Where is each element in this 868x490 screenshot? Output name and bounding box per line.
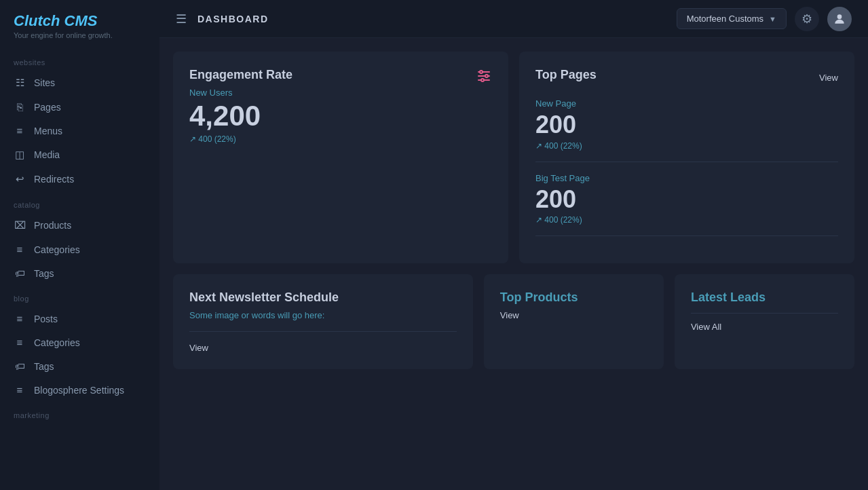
page-title: DASHBOARD	[197, 14, 269, 24]
sidebar-item-tags[interactable]: 🏷 Tags	[0, 261, 159, 285]
card-top-pages: Top Pages View New Page 200 ↗ 400 (22%) …	[519, 52, 854, 263]
engagement-header: Engagement Rate New Users 4,200 ↗ 400 (2…	[189, 68, 492, 144]
filter-icon[interactable]	[476, 68, 492, 88]
card-newsletter: Next Newsletter Schedule Some image or w…	[173, 274, 473, 369]
divider-1	[535, 162, 838, 162]
page-value-1: 200	[535, 111, 838, 138]
section-label-websites: websites	[0, 49, 159, 71]
sidebar-item-label: Products	[34, 220, 71, 231]
card-latest-leads: Latest Leads View All	[675, 274, 854, 369]
sidebar-item-categories[interactable]: ≡ Categories	[0, 238, 159, 261]
pages-icon: ⎘	[14, 101, 26, 113]
workspace-selector[interactable]: Motorfeen Customs ▼	[677, 8, 787, 29]
sidebar-item-label: Categories	[34, 337, 80, 348]
sidebar-item-label: Tags	[34, 361, 54, 372]
sidebar-item-label: Pages	[34, 102, 61, 113]
view-all-link[interactable]: View All	[691, 322, 838, 332]
sidebar: Clutch CMS Your engine for online growth…	[0, 0, 159, 490]
sidebar-item-menus[interactable]: ≡ Menus	[0, 119, 159, 143]
newsletter-view-btn[interactable]: View	[189, 343, 457, 353]
blog-categories-icon: ≡	[14, 337, 26, 348]
redirects-icon: ↩	[14, 173, 26, 185]
topbar: ☰ DASHBOARD Motorfeen Customs ▼ ⚙	[159, 0, 868, 38]
dashboard-content: Engagement Rate New Users 4,200 ↗ 400 (2…	[159, 38, 868, 490]
sidebar-item-label: Tags	[34, 268, 54, 279]
latest-leads-title: Latest Leads	[691, 290, 838, 305]
card-top-products: Top Products View	[484, 274, 664, 369]
engagement-left: Engagement Rate New Users 4,200 ↗ 400 (2…	[189, 68, 293, 144]
chevron-down-icon: ▼	[769, 15, 776, 23]
topbar-right: Motorfeen Customs ▼ ⚙	[677, 7, 852, 31]
svg-point-0	[837, 14, 842, 19]
sidebar-item-label: Categories	[34, 244, 80, 255]
top-pages-title: Top Pages	[535, 68, 597, 82]
page-name-1: New Page	[535, 98, 838, 109]
svg-point-4	[480, 71, 483, 73]
engagement-subtitle: New Users	[189, 88, 293, 98]
divider-2	[535, 235, 838, 236]
sidebar-logo: Clutch CMS Your engine for online growth…	[0, 0, 159, 49]
tags-icon: 🏷	[14, 267, 26, 279]
engagement-value: 4,200	[189, 100, 293, 132]
sidebar-item-label: Blogosphere Settings	[34, 385, 124, 396]
hamburger-icon[interactable]: ☰	[176, 12, 187, 26]
brand-name: Clutch CMS	[14, 12, 146, 30]
media-icon: ◫	[14, 149, 26, 161]
page-change-1: ↗ 400 (22%)	[535, 141, 838, 151]
top-products-view-link[interactable]: View	[500, 310, 647, 320]
sidebar-item-blogosphere-settings[interactable]: ≡ Blogosphere Settings	[0, 378, 159, 402]
sidebar-item-label: Media	[34, 149, 60, 160]
menus-icon: ≡	[14, 125, 26, 136]
newsletter-subtitle: Some image or words will go here:	[189, 310, 457, 320]
newsletter-title: Next Newsletter Schedule	[189, 290, 457, 305]
posts-icon: ≡	[14, 313, 26, 324]
sidebar-item-blog-categories[interactable]: ≡ Categories	[0, 331, 159, 354]
card-engagement-rate: Engagement Rate New Users 4,200 ↗ 400 (2…	[173, 52, 508, 263]
avatar[interactable]	[827, 7, 852, 31]
workspace-name: Motorfeen Customs	[687, 14, 763, 24]
categories-icon: ≡	[14, 244, 26, 255]
page-value-2: 200	[535, 186, 838, 213]
sidebar-item-sites[interactable]: ☷ Sites	[0, 71, 159, 95]
section-label-blog: blog	[0, 285, 159, 307]
top-page-item-1: New Page 200 ↗ 400 (22%)	[535, 98, 838, 151]
bottom-row: Next Newsletter Schedule Some image or w…	[173, 274, 854, 369]
products-icon: ⌧	[14, 219, 26, 231]
sidebar-item-products[interactable]: ⌧ Products	[0, 213, 159, 238]
sidebar-item-pages[interactable]: ⎘ Pages	[0, 95, 159, 119]
svg-point-5	[485, 75, 488, 77]
settings-icon[interactable]: ⚙	[795, 7, 819, 31]
sidebar-item-media[interactable]: ◫ Media	[0, 143, 159, 167]
top-products-title: Top Products	[500, 290, 647, 305]
page-name-2: Big Test Page	[535, 173, 838, 183]
blog-tags-icon: 🏷	[14, 360, 26, 372]
section-label-catalog: catalog	[0, 191, 159, 213]
sites-icon: ☷	[14, 77, 26, 89]
sidebar-item-label: Sites	[34, 77, 55, 88]
sidebar-item-label: Menus	[34, 126, 62, 136]
blogosphere-settings-icon: ≡	[14, 384, 26, 396]
svg-point-6	[481, 79, 484, 81]
sidebar-item-posts[interactable]: ≡ Posts	[0, 307, 159, 331]
page-change-2: ↗ 400 (22%)	[535, 215, 838, 225]
main-area: ☰ DASHBOARD Motorfeen Customs ▼ ⚙ Engage…	[159, 0, 868, 490]
top-page-item-2: Big Test Page 200 ↗ 400 (22%)	[535, 173, 838, 225]
newsletter-divider	[189, 331, 457, 332]
sidebar-item-redirects[interactable]: ↩ Redirects	[0, 167, 159, 191]
top-pages-view-link[interactable]: View	[819, 73, 838, 83]
sidebar-item-label: Posts	[34, 314, 58, 324]
engagement-title: Engagement Rate	[189, 68, 293, 82]
sidebar-item-label: Redirects	[34, 174, 74, 185]
leads-divider	[691, 313, 838, 314]
engagement-change: ↗ 400 (22%)	[189, 134, 293, 144]
sidebar-item-blog-tags[interactable]: 🏷 Tags	[0, 354, 159, 378]
section-label-marketing: marketing	[0, 402, 159, 423]
top-pages-header: Top Pages View	[535, 68, 838, 88]
brand-tagline: Your engine for online growth.	[14, 31, 146, 39]
